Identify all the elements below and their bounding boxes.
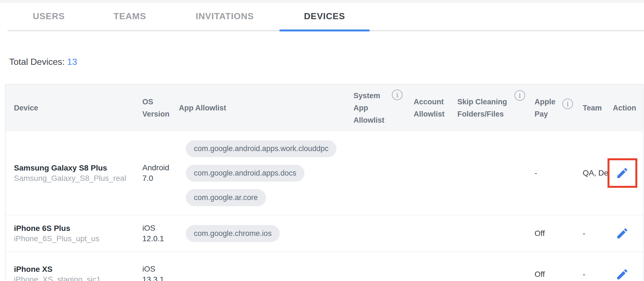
skip-cleaning-cell <box>457 252 535 281</box>
app-allowlist-chip: com.google.chrome.ios <box>186 225 280 242</box>
highlight-red-box <box>608 158 637 188</box>
device-cell: iPhone XSiPhone_XS_staging_sjc1 <box>6 252 142 281</box>
tab-users[interactable]: USERS <box>33 11 65 21</box>
os-version-cell: iOS13.3.1 <box>142 252 179 281</box>
os-version: 7.0 <box>142 173 153 184</box>
system-app-allowlist-cell <box>353 215 414 252</box>
account-allowlist-cell <box>414 131 457 215</box>
device-name: Samsung Galaxy S8 Plus <box>14 163 107 173</box>
column-header-device: Device <box>6 85 142 131</box>
info-icon[interactable]: i <box>562 98 573 109</box>
column-header-account-allowlist: Account Allowlist <box>414 85 457 131</box>
edit-device-button[interactable] <box>616 227 629 240</box>
system-app-allowlist-cell <box>353 131 414 215</box>
column-header-skip-cleaning-folders-files: Skip Cleaning Folders/Filesi <box>457 85 535 131</box>
edit-device-button[interactable] <box>608 158 637 188</box>
team-cell: - <box>583 215 613 252</box>
app-allowlist-chip: com.google.android.apps.docs <box>186 165 304 182</box>
column-header-team: Team <box>583 85 613 131</box>
action-cell <box>613 131 643 215</box>
total-devices-label: Total Devices: <box>9 57 65 67</box>
account-allowlist-cell <box>414 252 457 281</box>
column-header-label: Apple Pay <box>535 96 561 120</box>
column-header-action: Action <box>613 85 643 131</box>
os-name: iOS <box>142 264 155 274</box>
total-devices-summary: Total Devices: 13 <box>9 57 77 67</box>
edit-device-button[interactable] <box>616 268 629 281</box>
tab-devices[interactable]: DEVICES <box>304 11 345 21</box>
column-header-label: App Allowlist <box>179 102 226 114</box>
os-version-cell: iOS12.0.1 <box>142 215 179 252</box>
apple-pay-cell: Off <box>535 252 583 281</box>
team-cell: - <box>583 252 613 281</box>
device-cell: iPhone 6S PlusiPhone_6S_Plus_upt_us <box>6 215 142 252</box>
os-name: iOS <box>142 223 155 233</box>
info-icon[interactable]: i <box>514 90 525 101</box>
column-header-label: System App Allowlist <box>353 90 391 126</box>
column-header-apple-pay: Apple Payi <box>535 85 583 131</box>
table-header-row: DeviceOS VersionApp AllowlistSystem App … <box>6 85 643 131</box>
apple-pay-cell: - <box>535 131 583 215</box>
total-devices-count: 13 <box>67 57 77 67</box>
os-version: 12.0.1 <box>142 233 164 244</box>
app-allowlist-chip: com.google.android.apps.work.clouddpc <box>186 140 336 157</box>
table-row: iPhone 6S PlusiPhone_6S_Plus_upt_usiOS12… <box>6 215 643 252</box>
pencil-edit-icon <box>616 227 629 240</box>
action-cell <box>613 252 643 281</box>
pencil-edit-icon <box>616 166 629 180</box>
column-header-label: Device <box>14 102 38 114</box>
account-allowlist-cell <box>414 215 457 252</box>
column-header-label: Skip Cleaning Folders/Files <box>457 96 510 120</box>
active-tab-underline <box>279 29 370 31</box>
pencil-edit-icon <box>616 268 629 281</box>
device-id: Samsung_Galaxy_S8_Plus_real <box>14 173 126 183</box>
devices-table: DeviceOS VersionApp AllowlistSystem App … <box>5 84 643 281</box>
app-allowlist-cell: com.google.chrome.ios <box>179 215 353 252</box>
column-header-label: OS Version <box>142 96 174 120</box>
os-name: Android <box>142 162 169 173</box>
tab-teams[interactable]: TEAMS <box>114 11 146 21</box>
column-header-system-app-allowlist: System App Allowlisti <box>353 85 414 131</box>
skip-cleaning-cell <box>457 131 535 215</box>
tab-bar: USERSTEAMSINVITATIONSDEVICES <box>0 3 644 29</box>
os-version: 13.3.1 <box>142 274 164 281</box>
device-id: iPhone_6S_Plus_upt_us <box>14 233 99 244</box>
app-allowlist-chip: com.google.ar.core <box>186 189 266 206</box>
os-version-cell: Android7.0 <box>142 131 179 215</box>
info-icon[interactable]: i <box>392 90 402 100</box>
device-name: iPhone XS <box>14 264 52 274</box>
device-cell: Samsung Galaxy S8 PlusSamsung_Galaxy_S8_… <box>6 131 142 215</box>
table-row: Samsung Galaxy S8 PlusSamsung_Galaxy_S8_… <box>6 131 643 215</box>
column-header-label: Action <box>613 102 636 114</box>
device-id: iPhone_XS_staging_sjc1 <box>14 274 101 281</box>
app-allowlist-cell <box>179 252 353 281</box>
table-row: iPhone XSiPhone_XS_staging_sjc1iOS13.3.1… <box>6 252 643 281</box>
apple-pay-cell: Off <box>535 215 583 252</box>
column-header-label: Team <box>583 102 602 114</box>
column-header-app-allowlist: App Allowlist <box>179 85 353 131</box>
tab-invitations[interactable]: INVITATIONS <box>196 11 254 21</box>
column-header-os-version: OS Version <box>142 85 179 131</box>
device-name: iPhone 6S Plus <box>14 223 70 233</box>
column-header-label: Account Allowlist <box>414 96 448 120</box>
app-allowlist-cell: com.google.android.apps.work.clouddpccom… <box>179 131 353 215</box>
top-strip <box>0 0 644 3</box>
system-app-allowlist-cell <box>353 252 414 281</box>
skip-cleaning-cell <box>457 215 535 252</box>
action-cell <box>613 215 643 252</box>
